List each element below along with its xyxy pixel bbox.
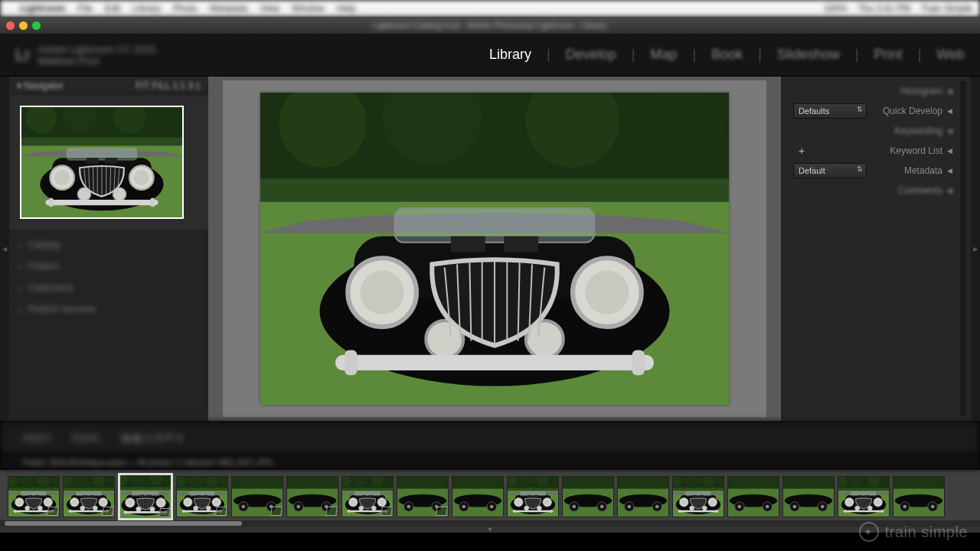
menu-photo[interactable]: Photo [173, 3, 197, 14]
add-keyword-button[interactable]: + [793, 143, 810, 158]
menu-window[interactable]: Window [292, 3, 325, 14]
close-icon[interactable] [6, 21, 15, 30]
mac-menubar: Lightroom File Edit Library Photo Metada… [0, 0, 980, 17]
right-panel: Histogram◀ Defaults Quick Develop◀ Keywo… [781, 77, 971, 421]
toolbar: Import... Export... ▦ ▣ ◫ ⊞ ⚑ ★ [0, 421, 980, 455]
metadata-badge-icon [102, 507, 114, 516]
metadata-badge-icon [270, 507, 283, 516]
filmstrip-thumb[interactable] [782, 476, 835, 517]
menu-app[interactable]: Lightroom [20, 3, 65, 14]
import-button[interactable]: Import... [23, 432, 57, 443]
module-print[interactable]: Print [874, 47, 903, 63]
right-panel-collapse[interactable] [971, 77, 980, 421]
zoom-icon[interactable] [32, 21, 41, 30]
module-nav: Library| Develop| Map| Book| Slideshow| … [489, 47, 965, 63]
filmstrip: ▼ [0, 470, 980, 533]
navigator-zoom[interactable]: FIT FILL 1:1 3:1 [136, 80, 201, 91]
module-map[interactable]: Map [650, 47, 677, 63]
export-button[interactable]: Export... [72, 432, 106, 443]
loupe-view[interactable] [208, 77, 781, 421]
filmstrip-thumb[interactable] [341, 476, 394, 517]
menu-edit[interactable]: Edit [105, 3, 121, 14]
left-panel-collapse[interactable] [0, 77, 9, 421]
navigator-header[interactable]: Navigator [24, 80, 63, 91]
filmstrip-thumb[interactable] [176, 476, 228, 517]
module-slideshow[interactable]: Slideshow [777, 47, 840, 63]
menu-user[interactable]: Train Simple [921, 3, 972, 14]
panel-keyword-list[interactable]: Keyword List [890, 145, 942, 156]
panel-metadata[interactable]: Metadata [904, 165, 942, 176]
panel-collections[interactable]: Collections [9, 277, 208, 298]
filmstrip-collapse[interactable]: ▼ [0, 527, 980, 533]
filmstrip-thumb[interactable] [617, 476, 669, 517]
filmstrip-track[interactable] [0, 470, 980, 520]
navigator-preview[interactable] [20, 106, 184, 219]
module-picker-bar: Lr Adobe Lightroom CC 2015 Matthew Pizzi… [0, 34, 980, 77]
filmstrip-thumb[interactable] [397, 476, 449, 517]
filmstrip-thumb[interactable] [63, 476, 115, 517]
filmstrip-thumb[interactable] [893, 476, 945, 517]
filmstrip-thumb[interactable] [8, 476, 60, 517]
right-panel-scrollbar[interactable] [960, 81, 966, 416]
filmstrip-scrollbar[interactable] [0, 520, 980, 527]
window-title: Lightroom Catalog.lrcat - Adobe Photosho… [373, 21, 607, 30]
filmstrip-thumb[interactable] [507, 476, 559, 517]
menu-view[interactable]: View [260, 3, 279, 14]
metadata-badge-icon [381, 507, 393, 516]
metadata-badge-icon [47, 507, 59, 516]
panel-publish[interactable]: Publish Services [9, 298, 208, 320]
menu-metadata[interactable]: Metadata [209, 3, 247, 14]
menu-file[interactable]: File [77, 3, 92, 14]
window-titlebar: Lightroom Catalog.lrcat - Adobe Photosho… [0, 17, 980, 34]
filmstrip-thumb[interactable] [672, 476, 724, 517]
metadata-preset-select[interactable]: Default [793, 163, 867, 178]
panel-catalog[interactable]: Catalog [9, 234, 208, 256]
menu-clock: Thu 3:41 PM [858, 3, 910, 14]
menu-battery[interactable]: 100% [824, 3, 848, 14]
filmstrip-thumb[interactable] [452, 476, 504, 517]
lightroom-logo-icon: Lr [15, 45, 31, 65]
menu-library[interactable]: Library [132, 3, 161, 14]
filmstrip-info: Folder: 2015-08 Antique-autos — 45 photo… [0, 455, 980, 470]
panel-quick-develop[interactable]: Quick Develop [883, 106, 942, 116]
panel-comments[interactable]: Comments [898, 185, 942, 196]
main-photo[interactable] [260, 93, 729, 405]
panel-keywording[interactable]: Keywording [894, 126, 942, 136]
panel-histogram[interactable]: Histogram [900, 86, 942, 96]
filmstrip-thumb[interactable] [118, 473, 173, 520]
minimize-icon[interactable] [19, 21, 28, 30]
photo-canvas [223, 80, 766, 417]
panel-folders[interactable]: Folders [9, 256, 208, 277]
filmstrip-thumb[interactable] [562, 476, 614, 517]
filmstrip-thumb[interactable] [231, 476, 283, 517]
filmstrip-thumb[interactable] [727, 476, 779, 517]
filmstrip-thumb[interactable] [286, 476, 338, 517]
module-web[interactable]: Web [936, 47, 965, 63]
menu-help[interactable]: Help [337, 3, 356, 14]
metadata-badge-icon [158, 508, 171, 517]
module-book[interactable]: Book [711, 47, 743, 63]
metadata-badge-icon [215, 507, 227, 516]
left-panel: ▾ Navigator FIT FILL 1:1 3:1 Catalog Fol… [9, 77, 208, 421]
metadata-badge-icon [436, 507, 448, 516]
identity-line2: Matthew Pizzi [38, 55, 156, 67]
module-library[interactable]: Library [489, 47, 531, 63]
filmstrip-thumb[interactable] [838, 476, 890, 517]
metadata-badge-icon [325, 507, 338, 516]
identity-plate[interactable]: Lr Adobe Lightroom CC 2015 Matthew Pizzi [15, 44, 156, 67]
quickdev-preset-select[interactable]: Defaults [793, 103, 867, 119]
module-develop[interactable]: Develop [566, 47, 616, 63]
identity-line1: Adobe Lightroom CC 2015 [38, 44, 156, 55]
